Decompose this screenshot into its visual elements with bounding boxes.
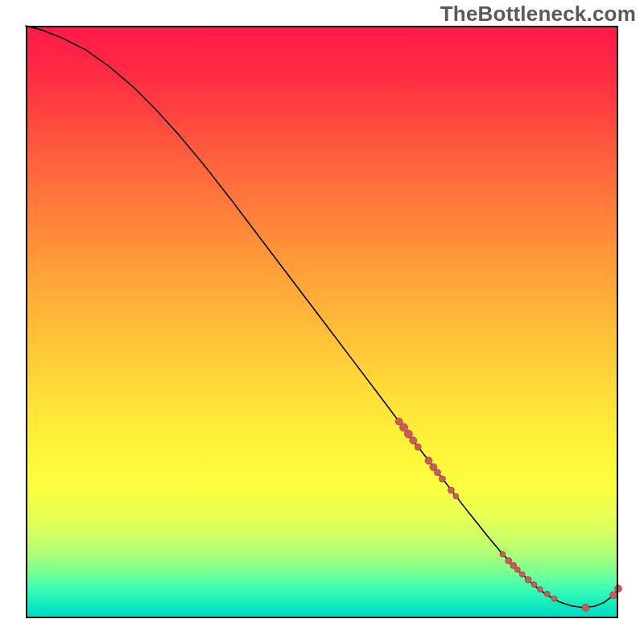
data-point [404, 430, 412, 438]
data-point [525, 576, 531, 583]
data-point [514, 567, 520, 572]
data-point [448, 487, 454, 493]
data-point [610, 592, 617, 599]
watermark-text: TheBottleneck.com [440, 2, 636, 27]
curve-layer [26, 26, 618, 618]
data-point [500, 551, 506, 557]
data-point [435, 469, 441, 476]
data-point [544, 591, 550, 597]
data-point [425, 457, 432, 464]
data-point [582, 604, 589, 611]
data-point [537, 586, 543, 592]
data-point [410, 437, 417, 444]
data-point [439, 476, 445, 482]
data-point [415, 444, 421, 450]
data-point [506, 558, 512, 564]
data-point [453, 493, 459, 499]
data-point [531, 582, 537, 588]
data-point [551, 596, 557, 601]
data-point [519, 572, 525, 577]
data-point [615, 585, 622, 592]
data-markers [395, 418, 621, 611]
plot-area [26, 26, 618, 618]
chart-container: TheBottleneck.com [0, 0, 644, 644]
bottleneck-curve [26, 26, 618, 608]
